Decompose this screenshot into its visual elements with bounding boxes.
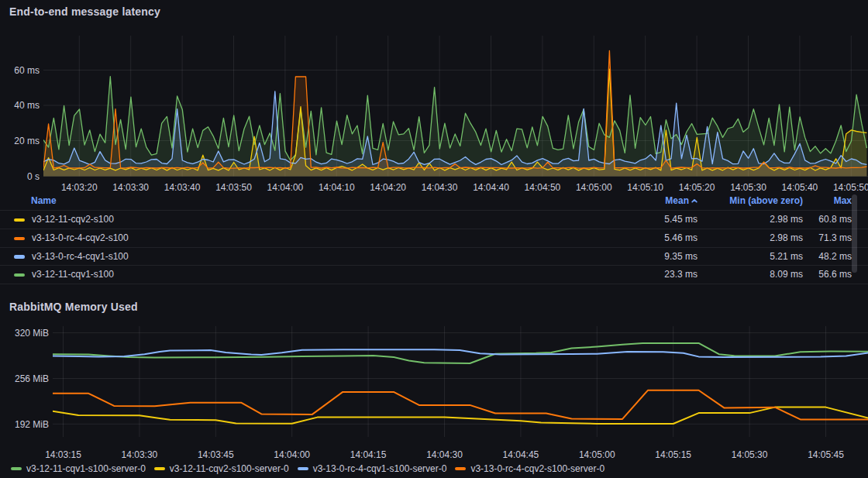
svg-text:0 s: 0 s bbox=[27, 171, 40, 182]
svg-text:14:04:20: 14:04:20 bbox=[370, 182, 406, 193]
svg-text:14:05:45: 14:05:45 bbox=[808, 449, 844, 460]
svg-text:14:03:50: 14:03:50 bbox=[215, 182, 252, 193]
svg-text:14:05:10: 14:05:10 bbox=[627, 182, 663, 193]
svg-text:14:05:50: 14:05:50 bbox=[833, 182, 868, 193]
svg-text:40 ms: 40 ms bbox=[14, 100, 40, 111]
svg-text:14:03:30: 14:03:30 bbox=[122, 449, 158, 460]
svg-text:14:04:45: 14:04:45 bbox=[503, 449, 539, 460]
svg-text:14:03:15: 14:03:15 bbox=[45, 449, 81, 460]
svg-text:256 MiB: 256 MiB bbox=[15, 373, 49, 384]
svg-text:14:04:15: 14:04:15 bbox=[350, 449, 387, 460]
svg-text:14:05:30: 14:05:30 bbox=[732, 449, 768, 460]
svg-text:14:03:20: 14:03:20 bbox=[61, 182, 98, 193]
svg-text:14:05:00: 14:05:00 bbox=[579, 449, 615, 460]
svg-text:14:05:00: 14:05:00 bbox=[576, 182, 612, 193]
svg-text:14:04:10: 14:04:10 bbox=[319, 182, 355, 193]
svg-text:14:03:45: 14:03:45 bbox=[198, 449, 234, 460]
svg-text:60 ms: 60 ms bbox=[14, 65, 40, 76]
svg-text:14:04:40: 14:04:40 bbox=[473, 182, 509, 193]
svg-text:14:04:50: 14:04:50 bbox=[525, 182, 561, 193]
svg-text:14:04:30: 14:04:30 bbox=[426, 449, 463, 460]
svg-text:14:03:30: 14:03:30 bbox=[112, 182, 149, 193]
svg-text:14:04:30: 14:04:30 bbox=[422, 182, 458, 193]
svg-text:320 MiB: 320 MiB bbox=[15, 328, 49, 339]
svg-text:14:04:00: 14:04:00 bbox=[274, 449, 310, 460]
svg-text:14:05:20: 14:05:20 bbox=[679, 182, 715, 193]
svg-text:20 ms: 20 ms bbox=[14, 136, 40, 146]
svg-text:14:05:15: 14:05:15 bbox=[655, 449, 691, 460]
svg-text:14:05:30: 14:05:30 bbox=[730, 182, 766, 193]
svg-text:14:03:40: 14:03:40 bbox=[164, 182, 201, 193]
svg-text:14:05:40: 14:05:40 bbox=[782, 182, 818, 193]
svg-text:14:04:00: 14:04:00 bbox=[267, 182, 304, 193]
svg-text:192 MiB: 192 MiB bbox=[15, 419, 49, 430]
